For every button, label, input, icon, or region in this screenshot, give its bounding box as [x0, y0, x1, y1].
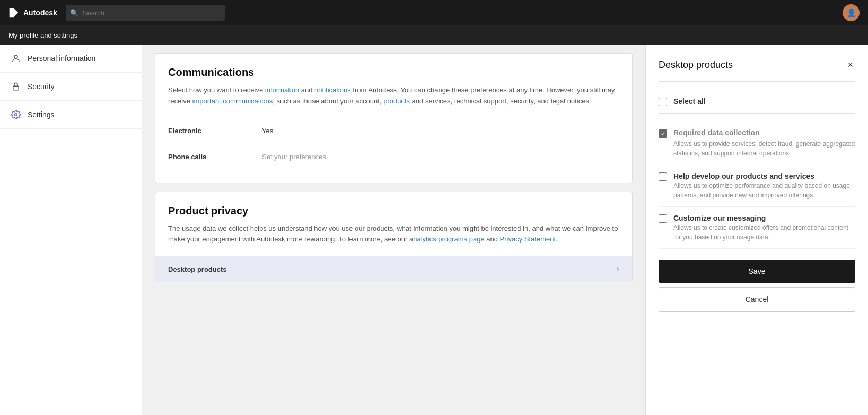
phone-calls-field-row: Phone calls Set your preferences: [168, 144, 619, 170]
help-develop-content: Help develop our products and services A…: [673, 171, 855, 200]
desktop-products-row[interactable]: Desktop products ›: [155, 256, 632, 282]
person-icon: [11, 53, 21, 64]
sidebar: Personal information Security Settings: [0, 45, 142, 415]
search-input[interactable]: [66, 5, 225, 21]
right-panel: Desktop products × Select all ✓ Required…: [645, 45, 868, 415]
content-area: Communications Select how you want to re…: [142, 45, 645, 415]
customize-messaging-description: Allows us to create customized offers an…: [673, 223, 855, 242]
close-button[interactable]: ×: [845, 57, 855, 73]
info-link[interactable]: information: [265, 86, 299, 94]
product-privacy-card: Product privacy The usage data we collec…: [155, 192, 633, 283]
help-develop-label[interactable]: Help develop our products and services: [673, 172, 814, 180]
search-container: 🔍: [66, 5, 225, 21]
notifications-link[interactable]: notifications: [314, 86, 351, 94]
required-data-item: ✓ Required data collection Allows us to …: [659, 122, 855, 165]
panel-title: Desktop products: [659, 59, 733, 71]
field-separator: [253, 152, 253, 162]
save-button[interactable]: Save: [659, 260, 855, 283]
communications-title: Communications: [168, 66, 619, 79]
svg-rect-1: [13, 86, 19, 90]
required-checkbox-icon: ✓: [659, 129, 667, 138]
required-data-label: Required data collection: [673, 128, 855, 137]
sidebar-item-settings[interactable]: Settings: [0, 101, 142, 129]
sidebar-item-personal-information[interactable]: Personal information: [0, 45, 142, 73]
privacy-statement-link[interactable]: Privacy Statement: [500, 235, 556, 243]
customize-messaging-item: Customize our messaging Allows us to cre…: [659, 207, 855, 249]
desktop-products-label: Desktop products: [168, 265, 253, 273]
help-develop-checkbox-wrapper[interactable]: [659, 172, 667, 181]
panel-actions: Save Cancel: [659, 260, 855, 312]
autodesk-logo-icon: [8, 7, 19, 18]
select-all-content: Select all: [673, 97, 855, 106]
electronic-value: Yes: [262, 127, 273, 135]
chevron-right-icon: ›: [617, 264, 619, 274]
field-separator: [253, 126, 253, 136]
customize-messaging-label[interactable]: Customize our messaging: [673, 214, 766, 222]
required-data-description: Allows us to provide services, detect fr…: [673, 139, 855, 158]
analytics-link[interactable]: analytics programs page: [409, 235, 485, 243]
help-develop-item: Help develop our products and services A…: [659, 165, 855, 207]
panel-header: Desktop products ×: [659, 57, 855, 73]
sidebar-item-label: Settings: [28, 110, 55, 119]
important-comms-link[interactable]: important communications: [192, 97, 273, 105]
communications-description: Select how you want to receive informati…: [168, 85, 619, 107]
sidebar-item-security[interactable]: Security: [0, 73, 142, 101]
communications-card: Communications Select how you want to re…: [155, 53, 633, 183]
customize-messaging-checkbox-wrapper[interactable]: [659, 214, 667, 223]
top-navigation: Autodesk 🔍 👤: [0, 0, 868, 25]
help-develop-checkbox[interactable]: [659, 172, 667, 181]
product-privacy-description: The usage data we collect helps us under…: [168, 223, 619, 246]
phone-calls-placeholder: Set your preferences: [262, 153, 326, 161]
product-privacy-title: Product privacy: [168, 205, 619, 217]
sidebar-item-label: Personal information: [28, 54, 95, 63]
select-all-checkbox[interactable]: [659, 98, 667, 106]
electronic-field-row: Electronic Yes: [168, 118, 619, 144]
sidebar-item-label: Security: [28, 82, 55, 91]
sub-navigation: My profile and settings: [0, 25, 868, 45]
help-develop-description: Allows us to optimize performance and qu…: [673, 181, 855, 200]
products-link[interactable]: products: [383, 97, 410, 105]
check-mark: ✓: [661, 131, 665, 137]
electronic-label: Electronic: [168, 127, 253, 135]
select-all-item: Select all: [659, 90, 855, 113]
autodesk-logo: Autodesk: [8, 7, 57, 18]
page-title: My profile and settings: [8, 31, 77, 39]
search-icon: 🔍: [70, 9, 78, 17]
required-data-content: Required data collection Allows us to pr…: [673, 128, 855, 158]
lock-icon: [11, 81, 21, 92]
phone-calls-label: Phone calls: [168, 153, 253, 161]
customize-messaging-checkbox[interactable]: [659, 214, 667, 223]
select-all-checkbox-wrapper[interactable]: [659, 98, 667, 106]
main-layout: Personal information Security Settings: [0, 45, 868, 415]
avatar[interactable]: 👤: [843, 4, 860, 21]
section-divider: [659, 113, 855, 114]
svg-point-2: [15, 114, 17, 116]
svg-point-0: [14, 55, 17, 58]
app-name: Autodesk: [23, 8, 57, 17]
customize-messaging-content: Customize our messaging Allows us to cre…: [673, 213, 855, 242]
field-separator: [253, 264, 253, 274]
select-all-label[interactable]: Select all: [673, 97, 706, 106]
gear-icon: [11, 109, 21, 120]
panel-divider: [659, 81, 855, 82]
cancel-button[interactable]: Cancel: [659, 287, 855, 312]
